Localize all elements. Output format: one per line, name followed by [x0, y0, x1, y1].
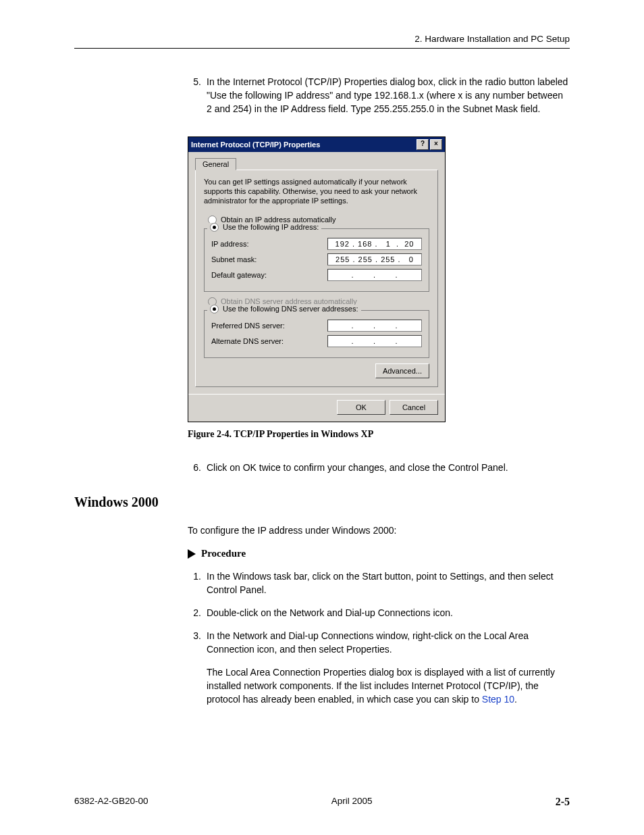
step-6: 6. Click on OK twice to confirm your cha…	[188, 461, 570, 475]
footer-page-number: 2-5	[556, 796, 570, 808]
radio-icon	[210, 223, 219, 232]
dialog-title: Internet Protocol (TCP/IP) Properties	[191, 141, 320, 149]
section-heading: Windows 2000	[74, 495, 570, 510]
ip-groupbox: Use the following IP address: IP address…	[204, 228, 429, 292]
dialog-description: You can get IP settings assigned automat…	[204, 177, 429, 206]
radio-use-dns[interactable]: Use the following DNS server addresses:	[207, 305, 361, 313]
step-text: Double-click on the Network and Dial-up …	[207, 607, 570, 620]
step-10-link[interactable]: Step 10	[482, 694, 514, 705]
proc-para-post: .	[514, 694, 517, 705]
intro-text: To configure the IP address under Window…	[188, 525, 570, 536]
radio-icon	[210, 305, 219, 313]
subnet-mask-input[interactable]	[327, 253, 422, 265]
step-number: 6.	[188, 461, 201, 475]
ok-button[interactable]: OK	[337, 400, 385, 415]
dialog-figure: Internet Protocol (TCP/IP) Properties ? …	[188, 136, 570, 440]
arrow-right-icon	[188, 549, 196, 559]
alternate-dns-label: Alternate DNS server:	[211, 337, 327, 345]
help-icon[interactable]: ?	[417, 139, 429, 150]
tab-general[interactable]: General	[195, 158, 236, 170]
procedure-heading: Procedure	[188, 548, 570, 559]
proc-step-3: 3. In the Network and Dial-up Connection…	[188, 630, 570, 706]
ip-address-label: IP address:	[211, 240, 327, 248]
radio-label: Use the following DNS server addresses:	[223, 305, 358, 313]
tcpip-dialog: Internet Protocol (TCP/IP) Properties ? …	[188, 136, 446, 422]
step-text: In the Network and Dial-up Connections w…	[207, 630, 570, 706]
step-number: 5.	[188, 76, 201, 116]
step-5: 5. In the Internet Protocol (TCP/IP) Pro…	[188, 76, 570, 116]
footer-left: 6382-A2-GB20-00	[74, 796, 149, 808]
step-number: 3.	[188, 630, 201, 706]
step-number: 2.	[188, 607, 201, 620]
procedure-label: Procedure	[201, 548, 246, 559]
radio-label: Use the following IP address:	[223, 223, 319, 231]
dns-groupbox: Use the following DNS server addresses: …	[204, 310, 429, 358]
step-text: In the Windows task bar, click on the St…	[207, 570, 570, 597]
preferred-dns-input[interactable]	[327, 320, 422, 332]
default-gateway-label: Default gateway:	[211, 271, 327, 279]
preferred-dns-label: Preferred DNS server:	[211, 322, 327, 330]
step-number: 1.	[188, 570, 201, 597]
proc-step-2: 2. Double-click on the Network and Dial-…	[188, 607, 570, 620]
advanced-button[interactable]: Advanced...	[375, 363, 429, 378]
step-text: Click on OK twice to confirm your change…	[207, 461, 570, 475]
tab-panel: You can get IP settings assigned automat…	[195, 170, 438, 387]
alternate-dns-input[interactable]	[327, 335, 422, 347]
page-header: 2. Hardware Installation and PC Setup	[74, 34, 570, 49]
proc-step-1: 1. In the Windows task bar, click on the…	[188, 570, 570, 597]
footer-center: April 2005	[331, 796, 373, 808]
ip-address-input[interactable]	[327, 238, 422, 250]
subnet-mask-label: Subnet mask:	[211, 255, 327, 263]
dialog-title-bar: Internet Protocol (TCP/IP) Properties ? …	[188, 137, 445, 152]
cancel-button[interactable]: Cancel	[390, 400, 438, 415]
default-gateway-input[interactable]	[327, 269, 422, 281]
figure-caption: Figure 2-4. TCP/IP Properties in Windows…	[188, 429, 570, 440]
page-footer: 6382-A2-GB20-00 April 2005 2-5	[74, 796, 570, 808]
step-text: In the Internet Protocol (TCP/IP) Proper…	[207, 76, 570, 116]
close-icon[interactable]: ×	[430, 139, 442, 150]
radio-use-ip[interactable]: Use the following IP address:	[207, 223, 321, 232]
